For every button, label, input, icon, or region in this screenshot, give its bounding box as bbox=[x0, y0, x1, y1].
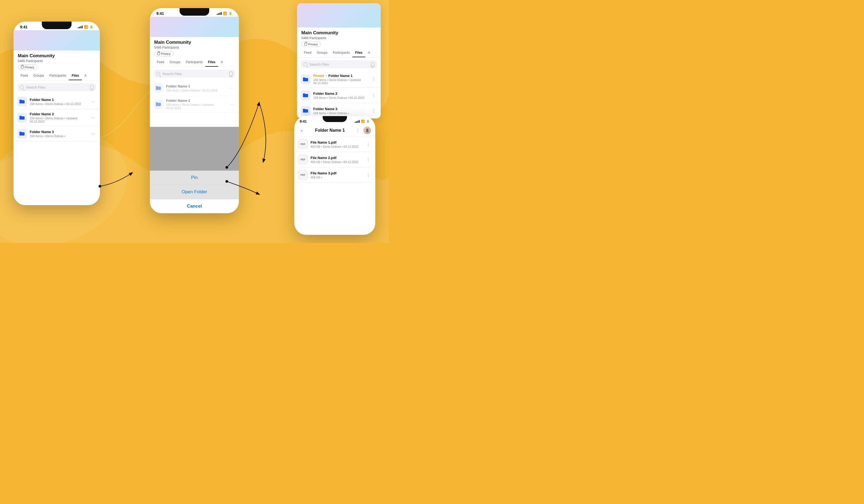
tab-feed-center[interactable]: Feed bbox=[154, 58, 167, 67]
file-item-1[interactable]: PDF File Name 1.pdf 458 KB • Denis Dobra… bbox=[294, 136, 375, 152]
community-name-center: Main Community bbox=[154, 40, 235, 45]
tab-files-center[interactable]: Files bbox=[205, 58, 218, 67]
status-bar-folder: 9:41 📶 🔋 bbox=[294, 116, 375, 124]
more-btn-file-1[interactable]: ⋮ bbox=[365, 141, 372, 147]
privacy-badge-center[interactable]: Privacy bbox=[154, 51, 173, 57]
file-list-center: Folder Name 1 158 Items • Denis Dobras •… bbox=[150, 81, 239, 112]
banner-center bbox=[150, 17, 239, 37]
community-name-right: Main Community bbox=[301, 30, 376, 36]
privacy-badge-right[interactable]: Privacy bbox=[301, 41, 321, 47]
time-center: 9:41 bbox=[156, 11, 164, 16]
more-btn-2-right[interactable]: ⋮ bbox=[370, 92, 377, 98]
search-bar-center[interactable]: Search Files bbox=[154, 70, 235, 78]
folder-info-2-center: Folder Name 2 158 Items • Denis Dobras •… bbox=[166, 98, 226, 110]
more-btn-file-3[interactable]: ⋮ bbox=[365, 172, 372, 178]
cancel-option[interactable]: Cancel bbox=[150, 199, 239, 213]
pdf-icon-3: PDF bbox=[298, 170, 308, 180]
open-folder-option[interactable]: Open Folder bbox=[150, 185, 239, 199]
folder-name-1-left: Folder Name 1 bbox=[30, 98, 87, 102]
folder-item-1-right[interactable]: Pinned • Folder Name 1 158 Items • Denis… bbox=[297, 71, 381, 88]
battery-folder: 🔋 bbox=[366, 120, 370, 123]
tab-files-left[interactable]: Files bbox=[69, 72, 82, 80]
folder-icon-2-center bbox=[154, 99, 163, 109]
banner-right bbox=[297, 3, 381, 27]
search-icon-center bbox=[156, 72, 160, 75]
tab-more-left[interactable]: A bbox=[82, 72, 89, 80]
lock-icon-center bbox=[157, 52, 160, 55]
folder-item-3-left[interactable]: Folder Name 3 158 Items • Denis Dobras •… bbox=[13, 126, 100, 142]
more-btn-1-right[interactable]: ⋮ bbox=[370, 76, 377, 82]
mic-icon-left[interactable] bbox=[90, 85, 93, 89]
tab-files-right[interactable]: Files bbox=[352, 49, 365, 57]
folder-icon-3-right bbox=[301, 106, 311, 116]
folder-info-1-left: Folder Name 1 158 Items • Denis Dobras •… bbox=[30, 98, 87, 106]
participants-left: 5486 Participants bbox=[18, 59, 96, 63]
status-icons-center: 📶 🔋 bbox=[217, 12, 232, 15]
phone-folder-detail: 9:41 📶 🔋 ‹ Folder Name 1 ⋮ 👤 PDF File Na… bbox=[294, 116, 375, 235]
signal-folder bbox=[355, 120, 360, 123]
folder-icon-3-left bbox=[17, 129, 27, 139]
tab-feed-left[interactable]: Feed bbox=[18, 72, 31, 80]
file-item-3[interactable]: PDF File Name 3.pdf 458 KB • ⋮ bbox=[294, 167, 375, 183]
more-btn-folder[interactable]: ⋮ bbox=[355, 128, 361, 134]
notch-folder bbox=[323, 116, 347, 122]
time-left: 9:41 bbox=[20, 25, 27, 29]
mic-icon-right[interactable] bbox=[371, 62, 374, 67]
tab-groups-right[interactable]: Groups bbox=[314, 49, 330, 57]
more-btn-file-2[interactable]: ⋮ bbox=[365, 157, 372, 163]
status-icons-folder: 📶 🔋 bbox=[355, 120, 370, 123]
tab-participants-left[interactable]: Participants bbox=[47, 72, 69, 80]
folder-info-1-right: Pinned • Folder Name 1 158 Items • Denis… bbox=[313, 74, 368, 85]
folder-info-2-left: Folder Name 2 158 Items • Denis Dobras •… bbox=[30, 112, 87, 123]
folder-meta-1-left: 158 Items • Denis Dobras • 04.12.2022 bbox=[30, 102, 87, 106]
search-placeholder-right: Search Files bbox=[309, 62, 369, 67]
tab-more-right[interactable]: A bbox=[365, 49, 373, 57]
back-button[interactable]: ‹ bbox=[299, 127, 305, 134]
file-item-2[interactable]: PDF File Name 2.pdf 458 KB • Denis Dobra… bbox=[294, 152, 375, 167]
tab-participants-right[interactable]: Participants bbox=[330, 49, 352, 57]
more-btn-2-left[interactable]: ⋯ bbox=[89, 115, 96, 121]
folder-item-1-left[interactable]: Folder Name 1 158 Items • Denis Dobras •… bbox=[13, 94, 100, 109]
folder-meta-3-left: 158 Items • Denis Dobras • bbox=[30, 134, 87, 138]
community-info-center: Main Community 5486 Participants Privacy bbox=[150, 37, 239, 58]
folder-item-2-left[interactable]: Folder Name 2 158 Items • Denis Dobras •… bbox=[13, 109, 100, 126]
wifi-center: 📶 bbox=[223, 12, 227, 15]
file-list-left: Folder Name 1 158 Items • Denis Dobras •… bbox=[13, 94, 100, 142]
folder-icon-1-right bbox=[301, 74, 311, 84]
mic-icon-center[interactable] bbox=[229, 72, 232, 76]
tab-groups-left[interactable]: Groups bbox=[31, 72, 46, 80]
privacy-badge-left[interactable]: Privacy bbox=[18, 64, 37, 70]
folder-header: ‹ Folder Name 1 ⋮ 👤 bbox=[294, 124, 375, 136]
tab-participants-center[interactable]: Participants bbox=[183, 58, 205, 67]
status-bar-left: 9:41 📶 🔋 bbox=[13, 22, 100, 30]
battery-center: 🔋 bbox=[228, 12, 232, 15]
pdf-icon-2: PDF bbox=[298, 155, 308, 165]
folder-icon-2-right bbox=[301, 91, 311, 100]
battery-left: 🔋 bbox=[89, 25, 93, 29]
more-btn-1-left[interactable]: ⋯ bbox=[89, 98, 96, 105]
more-btn-3-left[interactable]: ⋯ bbox=[89, 131, 96, 137]
tab-groups-center[interactable]: Groups bbox=[167, 58, 183, 67]
lock-icon-left bbox=[21, 66, 24, 69]
folder-icon-1-center bbox=[154, 83, 163, 93]
folder-icon-1-left bbox=[17, 97, 27, 106]
file-list-right: Pinned • Folder Name 1 158 Items • Denis… bbox=[297, 71, 381, 119]
folder-item-2-right[interactable]: Folder Name 2 158 Items • Denis Dobras •… bbox=[297, 88, 381, 103]
pin-option[interactable]: Pin bbox=[150, 171, 239, 185]
tab-feed-right[interactable]: Feed bbox=[301, 49, 314, 57]
tab-more-center[interactable]: A bbox=[218, 58, 226, 67]
community-name-left: Main Community bbox=[18, 53, 96, 59]
folder-name-2-left: Folder Name 2 bbox=[30, 112, 87, 116]
phone-left: 9:41 📶 🔋 Main Community 5486 Participant… bbox=[13, 22, 100, 205]
participants-center: 5486 Participants bbox=[154, 46, 235, 49]
more-btn-3-right[interactable]: ⋮ bbox=[370, 108, 377, 114]
phone-center: 9:41 📶 🔋 Main Community 5486 Participant… bbox=[150, 8, 239, 213]
community-info-left: Main Community 5486 Participants Privacy bbox=[13, 50, 100, 72]
search-bar-left[interactable]: Search Files bbox=[17, 83, 96, 91]
file-info-2: File Name 2.pdf 458 KB • Denis Dobras • … bbox=[311, 156, 362, 164]
folder-icon-2-left bbox=[17, 113, 27, 122]
avatar: 👤 bbox=[363, 127, 371, 134]
search-bar-right[interactable]: Search Files bbox=[301, 60, 377, 68]
search-placeholder-center: Search Files bbox=[162, 72, 227, 76]
banner-left bbox=[13, 30, 100, 50]
